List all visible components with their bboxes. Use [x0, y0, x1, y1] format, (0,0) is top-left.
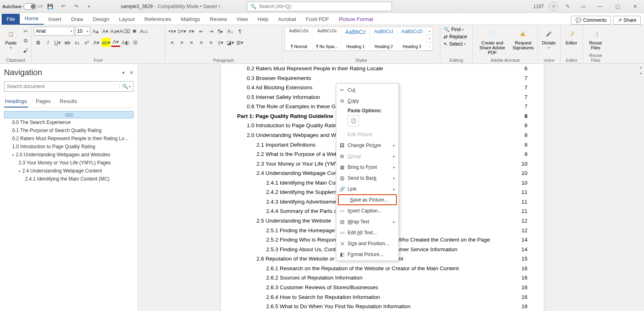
scroll-more-icon[interactable]: ⌄: [426, 43, 433, 50]
distribute-icon[interactable]: ≡: [206, 38, 215, 47]
tab-view[interactable]: View: [232, 14, 253, 25]
borders-icon[interactable]: ⊞▾: [236, 38, 244, 47]
cut-icon[interactable]: ✂: [21, 27, 30, 36]
menu-edit-alt-text[interactable]: ▭Edit Alt Text...: [336, 227, 398, 238]
paste-keep-source-icon[interactable]: 📋: [348, 115, 359, 126]
clear-format-icon[interactable]: A⌫: [120, 27, 129, 36]
nav-item[interactable]: 1.0 Introduction to Page Quality Rating: [4, 143, 133, 151]
increase-indent-icon[interactable]: ⇥: [206, 27, 215, 36]
nav-item[interactable]: ▾2.4 Understanding Webpage Content: [4, 167, 133, 175]
style-nospacing[interactable]: AaBbCcDc¶ No Spac...: [313, 27, 342, 50]
style-heading1[interactable]: AaBbCcHeading 1: [342, 27, 370, 50]
collapse-icon[interactable]: ▾: [12, 153, 14, 157]
numbering-icon[interactable]: 1≡▾: [177, 27, 186, 36]
shading-icon[interactable]: ◪▾: [226, 38, 235, 47]
search-input[interactable]: [259, 4, 388, 9]
editor-button[interactable]: 📝Editor: [563, 27, 580, 47]
style-heading3[interactable]: AaBbCcDHeading 3: [398, 27, 426, 50]
create-pdf-button[interactable]: 📄Create and Share Adobe PDF: [475, 27, 510, 57]
tab-insert[interactable]: Insert: [44, 14, 67, 25]
tab-mailings[interactable]: Mailings: [176, 14, 205, 25]
dictate-button[interactable]: 🎤Dictate▾: [540, 27, 557, 51]
request-sig-button[interactable]: ✍Request Signatures: [511, 27, 535, 52]
autosave-toggle[interactable]: AutoSave Off: [2, 3, 43, 10]
nav-item[interactable]: 0.0 The Search Experience: [4, 118, 133, 126]
paste-button[interactable]: 📋 Paste ▾: [2, 27, 19, 51]
nav-selected-indicator[interactable]: [4, 111, 133, 118]
tab-foxit[interactable]: Foxit PDF: [301, 14, 334, 25]
underline-icon[interactable]: U▾: [53, 38, 62, 47]
search-box[interactable]: 🔍: [247, 2, 392, 11]
tab-design[interactable]: Design: [88, 14, 114, 25]
font-size-combo[interactable]: 10▾: [75, 27, 90, 36]
menu-change-picture[interactable]: 🖼Change Picture▸: [336, 140, 398, 151]
nav-item[interactable]: 0.2 Raters Must Represent People in thei…: [4, 134, 133, 143]
italic-icon[interactable]: I: [44, 38, 52, 47]
menu-link[interactable]: 🔗Link▸: [336, 183, 398, 194]
ribbon-display-icon[interactable]: ▭: [578, 1, 588, 12]
tab-file[interactable]: File: [2, 14, 20, 25]
align-right-icon[interactable]: ≡: [187, 38, 196, 47]
chevron-down-icon[interactable]: ▾: [122, 70, 125, 76]
nav-search-input[interactable]: [7, 84, 118, 89]
replace-button[interactable]: ⇄ Replace: [443, 34, 468, 40]
tab-draw[interactable]: Draw: [66, 14, 88, 25]
share-button[interactable]: ↗ Share: [613, 16, 641, 25]
menu-insert-caption[interactable]: ▭Insert Caption...: [336, 205, 398, 216]
styles-gallery[interactable]: AaBbCcDc¶ Normal AaBbCcDc¶ No Spac... Aa…: [285, 27, 433, 51]
chevron-down-icon[interactable]: ▾: [219, 4, 220, 8]
multilevel-icon[interactable]: ≡▾: [187, 27, 196, 36]
user-avatar-icon[interactable]: ◔: [549, 2, 558, 11]
menu-size-position[interactable]: ⇲Size and Position...: [336, 238, 398, 249]
undo-icon[interactable]: ↶: [58, 1, 69, 12]
toggle-switch[interactable]: [23, 3, 36, 10]
subscript-icon[interactable]: x₂: [73, 38, 81, 47]
font-name-combo[interactable]: Arial▾: [34, 27, 74, 36]
sort-icon[interactable]: A↓: [226, 27, 235, 36]
menu-format-picture[interactable]: ◧Format Picture...: [336, 249, 398, 260]
enclose-icon[interactable]: ㊙: [131, 38, 140, 47]
nav-item[interactable]: 2.3 Your Money or Your Life (YMYL) Pages: [4, 159, 133, 167]
scroll-up-icon[interactable]: ▴: [426, 27, 433, 35]
tab-acrobat[interactable]: Acrobat: [273, 14, 301, 25]
grow-font-icon[interactable]: A▴: [91, 27, 100, 36]
text-effects-icon[interactable]: A▾: [92, 38, 101, 47]
decrease-indent-icon[interactable]: ⇤: [197, 27, 206, 36]
justify-icon[interactable]: ≡: [197, 38, 206, 47]
line-spacing-icon[interactable]: ‡▾: [216, 38, 225, 47]
nav-item[interactable]: 2.4.1 Identifying the Main Content (MC): [4, 175, 133, 183]
highlight-icon[interactable]: ab▾: [102, 38, 110, 47]
comments-button[interactable]: 💬 Comments: [571, 16, 611, 25]
char-border-icon[interactable]: A▭: [140, 27, 148, 36]
minimize-icon[interactable]: —: [593, 1, 606, 12]
pen-icon[interactable]: ✎: [563, 1, 573, 12]
scroll-up-icon[interactable]: ▴: [638, 64, 644, 70]
font-color-icon[interactable]: A▾: [111, 38, 120, 47]
align-center-icon[interactable]: ≡: [177, 38, 186, 47]
style-normal[interactable]: AaBbCcDc¶ Normal: [285, 27, 313, 50]
strike-icon[interactable]: ab: [63, 38, 72, 47]
close-icon[interactable]: ✕: [629, 1, 642, 12]
tab-references[interactable]: References: [140, 14, 176, 25]
menu-save-as-picture[interactable]: Save as Picture...: [338, 194, 397, 205]
vertical-scrollbar[interactable]: ▴ ▾: [638, 64, 644, 311]
tab-review[interactable]: Review: [205, 14, 232, 25]
save-icon[interactable]: 💾: [45, 1, 56, 12]
change-case-icon[interactable]: Aa▾: [110, 27, 119, 36]
nav-search[interactable]: 🔍▾: [4, 81, 133, 92]
bold-icon[interactable]: B: [34, 38, 43, 47]
tab-help[interactable]: Help: [253, 14, 273, 25]
align-left-icon[interactable]: ≡: [168, 38, 177, 47]
tab-home[interactable]: Home: [20, 13, 44, 25]
menu-send-back[interactable]: ▥Send to Back▸: [336, 172, 398, 183]
format-painter-icon[interactable]: 🖌: [21, 46, 30, 55]
superscript-icon[interactable]: x²: [82, 38, 91, 47]
find-button[interactable]: 🔍 Find ▾: [443, 27, 468, 32]
show-marks-icon[interactable]: ¶: [236, 27, 244, 36]
qat-more-icon[interactable]: ▾: [84, 1, 94, 12]
phonetic-icon[interactable]: ✱: [130, 27, 139, 36]
select-button[interactable]: ↖ Select ▾: [443, 41, 468, 47]
nav-item[interactable]: ▾2.0 Understanding Webpages and Websites: [4, 151, 133, 159]
menu-copy[interactable]: ⧉Copy: [336, 95, 398, 106]
redo-icon[interactable]: ↷: [71, 1, 81, 12]
